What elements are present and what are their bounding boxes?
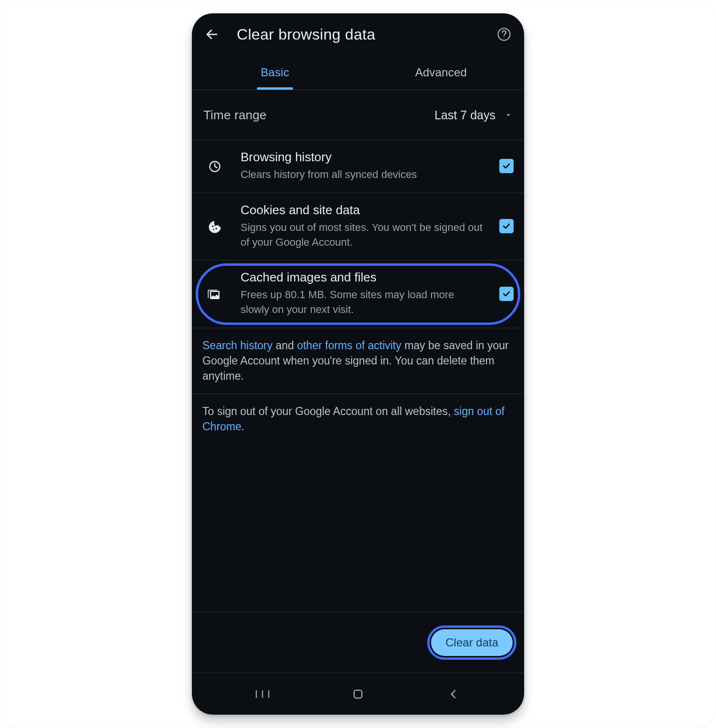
clear-data-button[interactable]: Clear data — [431, 629, 513, 656]
time-range-label: Time range — [203, 108, 267, 123]
time-range-value: Last 7 days — [434, 108, 495, 122]
back-button[interactable] — [200, 23, 223, 46]
home-icon — [351, 687, 365, 701]
option-cookies[interactable]: Cookies and site data Signs you out of m… — [192, 193, 524, 260]
page-title: Clear browsing data — [237, 26, 484, 43]
svg-rect-11 — [354, 690, 362, 697]
action-bar: Clear data — [192, 612, 524, 673]
svg-point-4 — [212, 225, 213, 227]
link-search-history[interactable]: Search history — [202, 339, 273, 352]
note-part: and — [273, 339, 297, 352]
tab-label: Basic — [261, 66, 289, 79]
option-browsing-history[interactable]: Browsing history Clears history from all… — [192, 140, 524, 193]
appbar: Clear browsing data — [192, 13, 524, 55]
tabbar: Basic Advanced — [192, 55, 524, 90]
android-navbar — [192, 673, 524, 715]
option-subtitle: Frees up 80.1 MB. Some sites may load mo… — [241, 288, 484, 317]
help-button[interactable] — [493, 23, 516, 46]
check-icon — [502, 161, 511, 171]
svg-point-5 — [216, 228, 217, 229]
time-range-value-wrap[interactable]: Last 7 days — [434, 108, 513, 122]
option-subtitle: Clears history from all synced devices — [241, 167, 484, 182]
checkbox-cookies[interactable] — [499, 219, 514, 233]
option-cached[interactable]: Cached images and files Frees up 80.1 MB… — [192, 260, 524, 328]
option-title: Browsing history — [241, 150, 484, 165]
tab-indicator — [192, 87, 358, 90]
recents-icon — [254, 690, 271, 698]
checkbox-cached[interactable] — [499, 287, 514, 301]
image-stack-icon — [208, 287, 222, 302]
signout-note: To sign out of your Google Account on al… — [192, 394, 524, 444]
chevron-down-icon — [504, 111, 513, 119]
note-text: To sign out of your Google Account on al… — [202, 404, 514, 434]
checkbox-browsing-history[interactable] — [499, 159, 514, 173]
note-part: . — [242, 420, 244, 433]
help-circle-icon — [497, 27, 511, 42]
nav-back-button[interactable] — [438, 685, 469, 704]
svg-point-2 — [504, 37, 505, 38]
note-text: Search history and other forms of activi… — [202, 338, 514, 384]
time-range-row[interactable]: Time range Last 7 days — [192, 90, 524, 140]
history-icon — [208, 160, 221, 173]
account-activity-note: Search history and other forms of activi… — [192, 328, 524, 394]
option-title: Cached images and files — [241, 270, 484, 285]
tab-advanced[interactable]: Advanced — [358, 55, 524, 90]
option-subtitle: Signs you out of most sites. You won't b… — [241, 220, 484, 250]
phone-frame: Clear browsing data Basic Advanced Time … — [192, 13, 524, 715]
nav-home-button[interactable] — [343, 685, 373, 704]
note-part: To sign out of your Google Account on al… — [202, 405, 454, 417]
svg-point-7 — [214, 225, 216, 226]
tab-label: Advanced — [415, 66, 467, 79]
svg-point-6 — [213, 229, 214, 230]
chevron-left-icon — [447, 688, 460, 700]
option-title: Cookies and site data — [241, 203, 484, 218]
cookie-icon — [208, 220, 222, 234]
tab-basic[interactable]: Basic — [192, 55, 358, 90]
check-icon — [502, 221, 511, 231]
arrow-left-icon — [205, 27, 219, 42]
link-other-activity[interactable]: other forms of activity — [297, 339, 401, 352]
check-icon — [502, 289, 511, 299]
nav-recents-button[interactable] — [247, 685, 278, 704]
button-label: Clear data — [445, 636, 498, 649]
